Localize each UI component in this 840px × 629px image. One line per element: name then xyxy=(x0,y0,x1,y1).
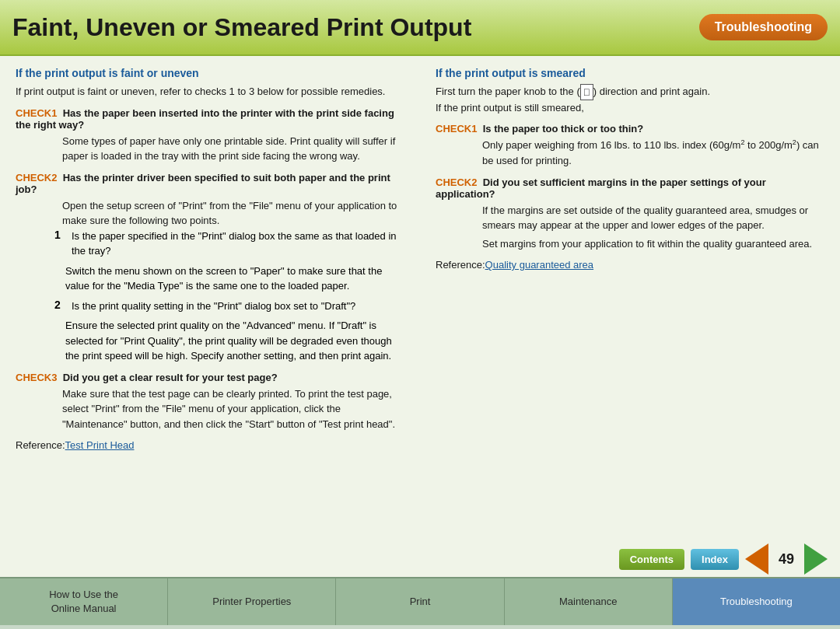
right-column: If the print output is smeared First tur… xyxy=(428,67,824,569)
check2-question: Has the printer driver been specified to… xyxy=(16,172,390,195)
left-column: If the print output is faint or uneven I… xyxy=(16,67,412,569)
right-check1-label: CHECK1 xyxy=(436,123,483,135)
right-check2: CHECK2 Did you set sufficient margins in… xyxy=(436,176,824,252)
check1-question: Has the paper been inserted into the pri… xyxy=(16,107,394,131)
num1-body: Switch the menu shown on the screen to "… xyxy=(65,264,404,294)
check2-intro: Open the setup screen of "Print" from th… xyxy=(62,198,404,229)
left-ref-label: Reference: xyxy=(16,439,65,451)
left-reference: Reference:Test Print Head xyxy=(16,439,404,451)
main-content: If the print output is faint or uneven I… xyxy=(0,56,840,577)
index-button[interactable]: Index xyxy=(691,549,739,570)
right-intro: First turn the paper knob to the (⎕) dir… xyxy=(436,84,824,115)
numbered-item-1: 1 Is the paper specified in the "Print" … xyxy=(54,229,404,259)
nav-how-to-use[interactable]: How to Use theOnline Manual xyxy=(0,578,168,625)
right-check1-question: Is the paper too thick or too thin? xyxy=(483,123,644,135)
check3-question: Did you get a clear result for your test… xyxy=(63,372,278,383)
left-check1: CHECK1 Has the paper been inserted into … xyxy=(16,107,404,164)
page-number: 49 xyxy=(775,551,798,568)
right-check1: CHECK1 Is the paper too thick or too thi… xyxy=(436,123,824,168)
left-ref-link[interactable]: Test Print Head xyxy=(65,439,135,451)
check2-label: CHECK2 xyxy=(16,172,63,183)
num-2: 2 xyxy=(54,299,65,314)
page-header: Faint, Uneven or Smeared Print Output Tr… xyxy=(0,0,840,56)
num2-q: Is the print quality setting in the "Pri… xyxy=(72,299,355,314)
right-ref-label: Reference: xyxy=(436,259,485,271)
nav-printer-properties[interactable]: Printer Properties xyxy=(168,578,336,625)
nav-print[interactable]: Print xyxy=(336,578,504,625)
section-badge: Troubleshooting xyxy=(699,14,828,40)
right-check2-question: Did you set sufficient margins in the pa… xyxy=(436,176,766,200)
num2-body: Ensure the selected print quality on the… xyxy=(65,318,404,364)
prev-page-button[interactable] xyxy=(745,543,768,575)
right-check2-label: CHECK2 xyxy=(436,176,483,188)
bottom-navigation: How to Use theOnline Manual Printer Prop… xyxy=(0,577,840,625)
contents-button[interactable]: Contents xyxy=(619,549,684,570)
left-section-title: If the print output is faint or uneven xyxy=(16,67,404,79)
check1-label: CHECK1 xyxy=(16,107,63,119)
check3-body: Make sure that the test page can be clea… xyxy=(62,386,404,432)
left-check2: CHECK2 Has the printer driver been speci… xyxy=(16,172,404,364)
right-section-title: If the print output is smeared xyxy=(436,67,824,79)
right-check2-body1: If the margins are set outside of the qu… xyxy=(482,203,824,233)
left-check3: CHECK3 Did you get a clear result for yo… xyxy=(16,372,404,432)
right-check1-body: Only paper weighing from 16 lbs. to 110 … xyxy=(482,138,824,168)
nav-maintenance[interactable]: Maintenance xyxy=(505,578,673,625)
paper-knob-icon: ⎕ xyxy=(580,84,593,100)
check1-body: Some types of paper have only one printa… xyxy=(62,134,404,164)
num-1: 1 xyxy=(54,229,65,259)
right-check2-body2: Set margins from your application to fit… xyxy=(482,236,824,252)
page-title: Faint, Uneven or Smeared Print Output xyxy=(12,13,471,42)
numbered-item-2: 2 Is the print quality setting in the "P… xyxy=(54,299,404,314)
check3-label: CHECK3 xyxy=(16,372,63,383)
nav-troubleshooting[interactable]: Troubleshooting xyxy=(673,578,840,625)
next-page-button[interactable] xyxy=(804,543,828,575)
nav-controls: Contents Index 49 xyxy=(619,543,828,575)
right-ref-link[interactable]: Quality guaranteed area xyxy=(485,259,593,271)
right-reference: Reference:Quality guaranteed area xyxy=(436,259,824,271)
num1-q: Is the paper specified in the "Print" di… xyxy=(72,229,404,259)
left-intro: If print output is faint or uneven, refe… xyxy=(16,84,404,100)
